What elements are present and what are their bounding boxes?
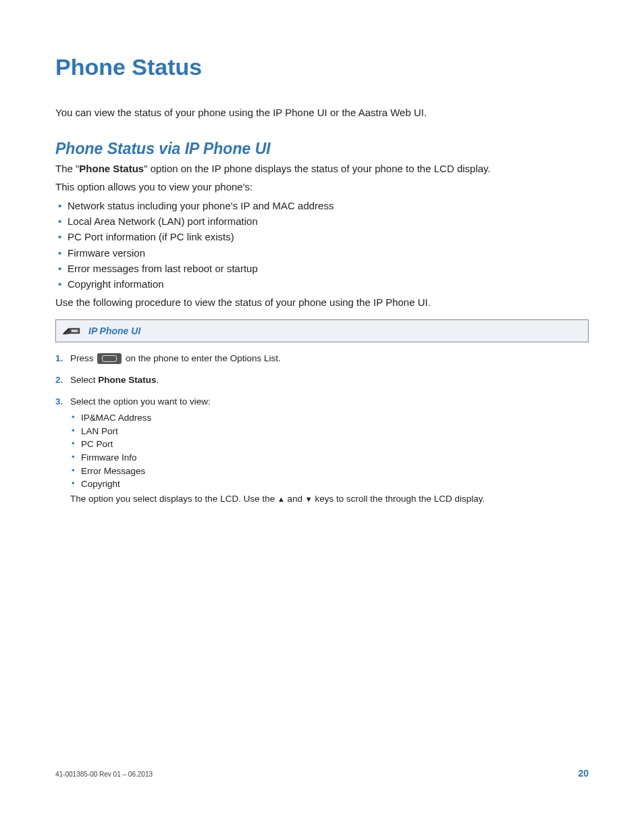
text-fragment: . xyxy=(157,375,159,385)
feature-list: Network status including your phone's IP… xyxy=(55,198,589,292)
list-item: LAN Port xyxy=(70,425,589,438)
text-fragment: keys to scroll the through the LCD displ… xyxy=(313,494,485,504)
callout-box: IP Phone UI xyxy=(55,319,589,342)
bold-term: Phone Status xyxy=(79,163,144,174)
list-item: PC Port xyxy=(70,438,589,451)
page-number: 20 xyxy=(578,768,589,779)
list-item: Error messages from last reboot or start… xyxy=(55,261,589,276)
step-item: Press on the phone to enter the Options … xyxy=(55,352,589,365)
section-heading: Phone Status via IP Phone UI xyxy=(55,140,589,158)
section-paragraph-2: This option allows you to view your phon… xyxy=(55,180,589,194)
footer-revision: 41-001385-00 Rev 01 – 06.2013 xyxy=(55,771,153,778)
page-title: Phone Status xyxy=(55,54,589,80)
text-fragment: and xyxy=(285,494,305,504)
text-fragment: The option you select displays to the LC… xyxy=(70,494,277,504)
text-fragment: The " xyxy=(55,163,79,174)
sub-option-list: IP&MAC Address LAN Port PC Port Firmware… xyxy=(70,411,589,490)
text-fragment: on the phone to enter the Options List. xyxy=(123,353,280,363)
numbered-steps: Press on the phone to enter the Options … xyxy=(55,352,589,506)
text-fragment: Select the option you want to view: xyxy=(70,396,211,407)
section-paragraph-3: Use the following procedure to view the … xyxy=(55,296,589,309)
intro-paragraph: You can view the status of your phone us… xyxy=(55,106,589,120)
list-item: Error Messages xyxy=(70,465,589,478)
list-item: Copyright information xyxy=(55,276,589,292)
up-arrow-icon: ▲ xyxy=(277,495,285,503)
list-item: PC Port information (if PC link exists) xyxy=(55,229,589,244)
down-arrow-icon: ▼ xyxy=(305,495,313,503)
text-fragment: Press xyxy=(70,353,96,363)
list-item: Firmware version xyxy=(55,245,589,261)
text-fragment: Select xyxy=(70,375,98,385)
section-paragraph-1: The "Phone Status" option on the IP phon… xyxy=(55,162,589,176)
bold-term: Phone Status xyxy=(98,375,156,385)
text-fragment: " option on the IP phone displays the st… xyxy=(144,163,490,174)
phone-icon xyxy=(63,324,82,338)
options-key-icon xyxy=(97,353,122,364)
list-item: Copyright xyxy=(70,477,589,491)
list-item: Local Area Network (LAN) port informatio… xyxy=(55,213,589,229)
list-item: Firmware Info xyxy=(70,451,589,465)
callout-label: IP Phone UI xyxy=(88,325,140,336)
svg-rect-0 xyxy=(72,329,78,332)
step-item: Select the option you want to view: IP&M… xyxy=(55,395,589,506)
list-item: IP&MAC Address xyxy=(70,411,589,425)
step-item: Select Phone Status. xyxy=(55,373,589,387)
document-page: Phone Status You can view the status of … xyxy=(0,0,644,834)
page-footer: 41-001385-00 Rev 01 – 06.2013 20 xyxy=(55,768,589,779)
list-item: Network status including your phone's IP… xyxy=(55,198,589,213)
